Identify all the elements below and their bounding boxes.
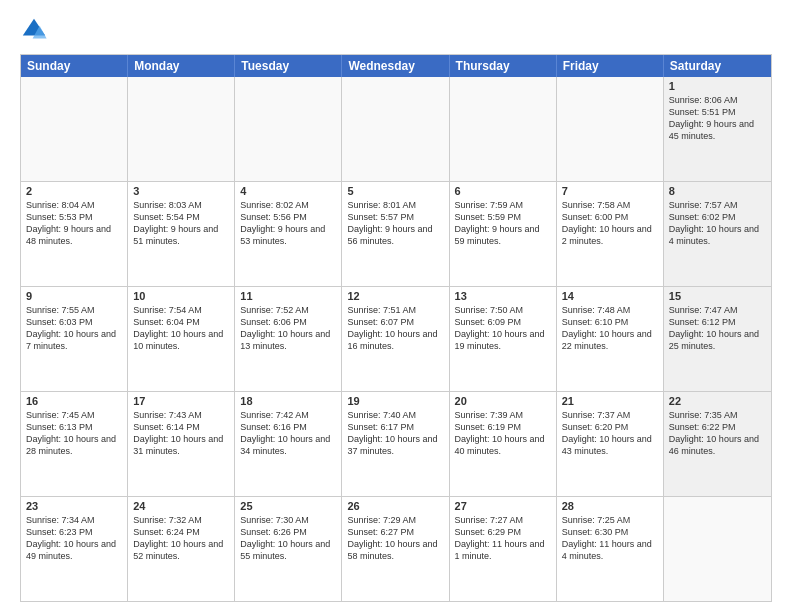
day-cell-9: 9Sunrise: 7:55 AM Sunset: 6:03 PM Daylig…: [21, 287, 128, 391]
day-info: Sunrise: 7:50 AM Sunset: 6:09 PM Dayligh…: [455, 304, 551, 353]
day-info: Sunrise: 7:45 AM Sunset: 6:13 PM Dayligh…: [26, 409, 122, 458]
day-number: 25: [240, 500, 336, 512]
day-number: 3: [133, 185, 229, 197]
day-cell-8: 8Sunrise: 7:57 AM Sunset: 6:02 PM Daylig…: [664, 182, 771, 286]
day-number: 7: [562, 185, 658, 197]
empty-cell: [557, 77, 664, 181]
day-number: 27: [455, 500, 551, 512]
day-info: Sunrise: 7:35 AM Sunset: 6:22 PM Dayligh…: [669, 409, 766, 458]
day-cell-19: 19Sunrise: 7:40 AM Sunset: 6:17 PM Dayli…: [342, 392, 449, 496]
day-info: Sunrise: 8:02 AM Sunset: 5:56 PM Dayligh…: [240, 199, 336, 248]
calendar-row-1: 2Sunrise: 8:04 AM Sunset: 5:53 PM Daylig…: [21, 181, 771, 286]
day-cell-17: 17Sunrise: 7:43 AM Sunset: 6:14 PM Dayli…: [128, 392, 235, 496]
calendar-row-3: 16Sunrise: 7:45 AM Sunset: 6:13 PM Dayli…: [21, 391, 771, 496]
day-cell-11: 11Sunrise: 7:52 AM Sunset: 6:06 PM Dayli…: [235, 287, 342, 391]
day-cell-13: 13Sunrise: 7:50 AM Sunset: 6:09 PM Dayli…: [450, 287, 557, 391]
day-info: Sunrise: 8:01 AM Sunset: 5:57 PM Dayligh…: [347, 199, 443, 248]
calendar-row-0: 1Sunrise: 8:06 AM Sunset: 5:51 PM Daylig…: [21, 77, 771, 181]
day-info: Sunrise: 7:32 AM Sunset: 6:24 PM Dayligh…: [133, 514, 229, 563]
day-cell-6: 6Sunrise: 7:59 AM Sunset: 5:59 PM Daylig…: [450, 182, 557, 286]
day-number: 11: [240, 290, 336, 302]
day-cell-10: 10Sunrise: 7:54 AM Sunset: 6:04 PM Dayli…: [128, 287, 235, 391]
day-cell-22: 22Sunrise: 7:35 AM Sunset: 6:22 PM Dayli…: [664, 392, 771, 496]
weekday-header-thursday: Thursday: [450, 55, 557, 77]
day-info: Sunrise: 7:39 AM Sunset: 6:19 PM Dayligh…: [455, 409, 551, 458]
day-cell-16: 16Sunrise: 7:45 AM Sunset: 6:13 PM Dayli…: [21, 392, 128, 496]
day-cell-14: 14Sunrise: 7:48 AM Sunset: 6:10 PM Dayli…: [557, 287, 664, 391]
day-info: Sunrise: 7:42 AM Sunset: 6:16 PM Dayligh…: [240, 409, 336, 458]
day-number: 26: [347, 500, 443, 512]
day-cell-4: 4Sunrise: 8:02 AM Sunset: 5:56 PM Daylig…: [235, 182, 342, 286]
day-number: 14: [562, 290, 658, 302]
day-cell-3: 3Sunrise: 8:03 AM Sunset: 5:54 PM Daylig…: [128, 182, 235, 286]
day-info: Sunrise: 7:27 AM Sunset: 6:29 PM Dayligh…: [455, 514, 551, 563]
empty-cell: [450, 77, 557, 181]
page: SundayMondayTuesdayWednesdayThursdayFrid…: [0, 0, 792, 612]
empty-cell: [235, 77, 342, 181]
day-number: 18: [240, 395, 336, 407]
weekday-header-monday: Monday: [128, 55, 235, 77]
day-cell-5: 5Sunrise: 8:01 AM Sunset: 5:57 PM Daylig…: [342, 182, 449, 286]
calendar-row-4: 23Sunrise: 7:34 AM Sunset: 6:23 PM Dayli…: [21, 496, 771, 601]
day-number: 28: [562, 500, 658, 512]
day-info: Sunrise: 7:29 AM Sunset: 6:27 PM Dayligh…: [347, 514, 443, 563]
day-info: Sunrise: 7:54 AM Sunset: 6:04 PM Dayligh…: [133, 304, 229, 353]
day-info: Sunrise: 7:47 AM Sunset: 6:12 PM Dayligh…: [669, 304, 766, 353]
day-cell-23: 23Sunrise: 7:34 AM Sunset: 6:23 PM Dayli…: [21, 497, 128, 601]
calendar-body: 1Sunrise: 8:06 AM Sunset: 5:51 PM Daylig…: [21, 77, 771, 601]
day-cell-27: 27Sunrise: 7:27 AM Sunset: 6:29 PM Dayli…: [450, 497, 557, 601]
day-cell-24: 24Sunrise: 7:32 AM Sunset: 6:24 PM Dayli…: [128, 497, 235, 601]
day-info: Sunrise: 7:37 AM Sunset: 6:20 PM Dayligh…: [562, 409, 658, 458]
day-info: Sunrise: 8:06 AM Sunset: 5:51 PM Dayligh…: [669, 94, 766, 143]
day-info: Sunrise: 7:30 AM Sunset: 6:26 PM Dayligh…: [240, 514, 336, 563]
logo-icon: [20, 16, 48, 44]
day-number: 13: [455, 290, 551, 302]
logo: [20, 16, 52, 44]
day-info: Sunrise: 8:04 AM Sunset: 5:53 PM Dayligh…: [26, 199, 122, 248]
empty-cell: [128, 77, 235, 181]
day-info: Sunrise: 7:48 AM Sunset: 6:10 PM Dayligh…: [562, 304, 658, 353]
day-number: 16: [26, 395, 122, 407]
weekday-header-friday: Friday: [557, 55, 664, 77]
day-info: Sunrise: 7:55 AM Sunset: 6:03 PM Dayligh…: [26, 304, 122, 353]
day-info: Sunrise: 7:43 AM Sunset: 6:14 PM Dayligh…: [133, 409, 229, 458]
day-cell-15: 15Sunrise: 7:47 AM Sunset: 6:12 PM Dayli…: [664, 287, 771, 391]
day-cell-25: 25Sunrise: 7:30 AM Sunset: 6:26 PM Dayli…: [235, 497, 342, 601]
day-cell-2: 2Sunrise: 8:04 AM Sunset: 5:53 PM Daylig…: [21, 182, 128, 286]
day-info: Sunrise: 7:34 AM Sunset: 6:23 PM Dayligh…: [26, 514, 122, 563]
day-info: Sunrise: 7:25 AM Sunset: 6:30 PM Dayligh…: [562, 514, 658, 563]
day-cell-21: 21Sunrise: 7:37 AM Sunset: 6:20 PM Dayli…: [557, 392, 664, 496]
empty-cell: [21, 77, 128, 181]
day-cell-18: 18Sunrise: 7:42 AM Sunset: 6:16 PM Dayli…: [235, 392, 342, 496]
day-cell-20: 20Sunrise: 7:39 AM Sunset: 6:19 PM Dayli…: [450, 392, 557, 496]
day-info: Sunrise: 7:57 AM Sunset: 6:02 PM Dayligh…: [669, 199, 766, 248]
weekday-header-sunday: Sunday: [21, 55, 128, 77]
weekday-header-tuesday: Tuesday: [235, 55, 342, 77]
day-number: 5: [347, 185, 443, 197]
day-number: 15: [669, 290, 766, 302]
empty-cell: [342, 77, 449, 181]
day-number: 21: [562, 395, 658, 407]
day-info: Sunrise: 7:52 AM Sunset: 6:06 PM Dayligh…: [240, 304, 336, 353]
day-cell-28: 28Sunrise: 7:25 AM Sunset: 6:30 PM Dayli…: [557, 497, 664, 601]
day-number: 1: [669, 80, 766, 92]
day-number: 10: [133, 290, 229, 302]
day-info: Sunrise: 7:51 AM Sunset: 6:07 PM Dayligh…: [347, 304, 443, 353]
day-cell-12: 12Sunrise: 7:51 AM Sunset: 6:07 PM Dayli…: [342, 287, 449, 391]
day-number: 6: [455, 185, 551, 197]
day-info: Sunrise: 7:58 AM Sunset: 6:00 PM Dayligh…: [562, 199, 658, 248]
day-number: 17: [133, 395, 229, 407]
day-number: 8: [669, 185, 766, 197]
empty-cell: [664, 497, 771, 601]
calendar-header: SundayMondayTuesdayWednesdayThursdayFrid…: [21, 55, 771, 77]
day-number: 2: [26, 185, 122, 197]
weekday-header-wednesday: Wednesday: [342, 55, 449, 77]
day-cell-7: 7Sunrise: 7:58 AM Sunset: 6:00 PM Daylig…: [557, 182, 664, 286]
day-number: 22: [669, 395, 766, 407]
day-number: 19: [347, 395, 443, 407]
day-info: Sunrise: 8:03 AM Sunset: 5:54 PM Dayligh…: [133, 199, 229, 248]
header: [20, 16, 772, 44]
day-number: 23: [26, 500, 122, 512]
day-number: 4: [240, 185, 336, 197]
day-cell-1: 1Sunrise: 8:06 AM Sunset: 5:51 PM Daylig…: [664, 77, 771, 181]
